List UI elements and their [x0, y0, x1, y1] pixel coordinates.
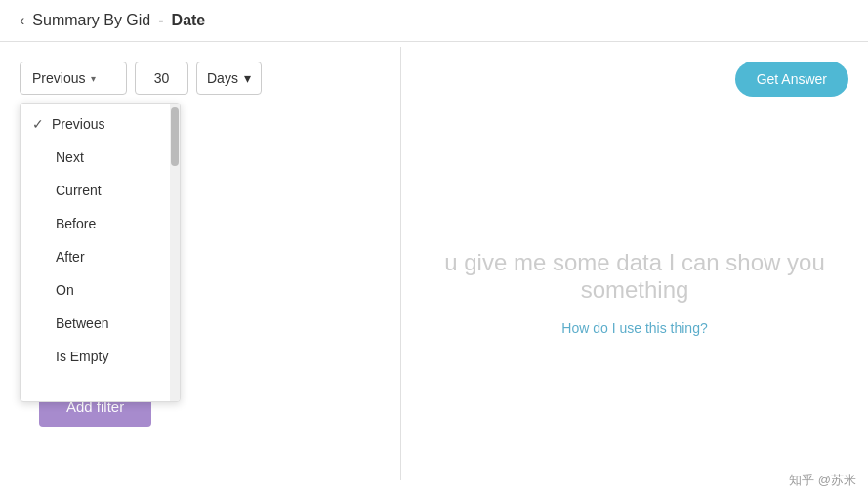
period-dropdown-button[interactable]: Previous ▾: [20, 62, 127, 95]
period-dropdown-label: Previous: [32, 70, 85, 86]
back-button[interactable]: ‹: [20, 12, 24, 29]
breadcrumb-current: Date: [172, 12, 206, 29]
dropdown-item-on[interactable]: On: [21, 273, 170, 307]
dropdown-item-label: Current: [56, 183, 102, 198]
check-icon: ✓: [32, 116, 44, 132]
left-panel: Previous ▾ Days ▾ ✓ Previous: [0, 42, 400, 485]
dropdown-item-label: After: [56, 249, 85, 265]
dropdown-item-next[interactable]: Next: [21, 141, 170, 174]
watermark: 知乎 @苏米: [789, 472, 856, 489]
main-container: ‹ Summary By Gid - Date Previous ▾ Days …: [0, 0, 868, 497]
dropdown-item-label: Before: [56, 216, 96, 231]
dropdown-item-before[interactable]: Before: [21, 207, 170, 240]
number-input[interactable]: [135, 62, 188, 95]
period-dropdown-menu: ✓ Previous Next Current Before: [20, 103, 181, 402]
scrollbar-track[interactable]: [170, 104, 180, 401]
dropdown-item-current[interactable]: Current: [21, 174, 170, 207]
dropdown-item-after[interactable]: After: [21, 240, 170, 273]
breadcrumb-title: Summary By Gid: [32, 12, 150, 29]
content-area: Previous ▾ Days ▾ ✓ Previous: [0, 42, 868, 485]
days-dropdown-button[interactable]: Days ▾: [196, 62, 262, 95]
dropdown-item-label: Between: [56, 315, 108, 331]
filter-row: Previous ▾ Days ▾: [20, 62, 381, 95]
dropdown-item-label: On: [56, 282, 74, 298]
dropdown-scrollbar-container: ✓ Previous Next Current Before: [21, 104, 180, 401]
dropdown-item-is-empty[interactable]: Is Empty: [21, 340, 170, 373]
dropdown-items-list: ✓ Previous Next Current Before: [21, 104, 170, 401]
top-bar: ‹ Summary By Gid - Date: [0, 0, 868, 42]
dropdown-item-label: Next: [56, 149, 84, 165]
help-link[interactable]: How do I use this thing?: [561, 320, 707, 336]
breadcrumb-separator: -: [158, 12, 163, 29]
get-answer-button[interactable]: Get Answer: [735, 62, 848, 97]
right-panel: Get Answer u give me some data I can sho…: [401, 42, 868, 485]
empty-state-message: u give me some data I can show you somet…: [421, 249, 848, 304]
period-dropdown-arrow: ▾: [91, 73, 96, 84]
dropdown-item-label: Is Empty: [56, 349, 108, 364]
days-dropdown-arrow: ▾: [244, 70, 251, 86]
days-dropdown-label: Days: [207, 70, 238, 86]
scrollbar-thumb[interactable]: [171, 107, 179, 166]
dropdown-item-label: Previous: [52, 116, 104, 132]
dropdown-item-between[interactable]: Between: [21, 307, 170, 340]
dropdown-item-previous[interactable]: ✓ Previous: [21, 107, 170, 141]
